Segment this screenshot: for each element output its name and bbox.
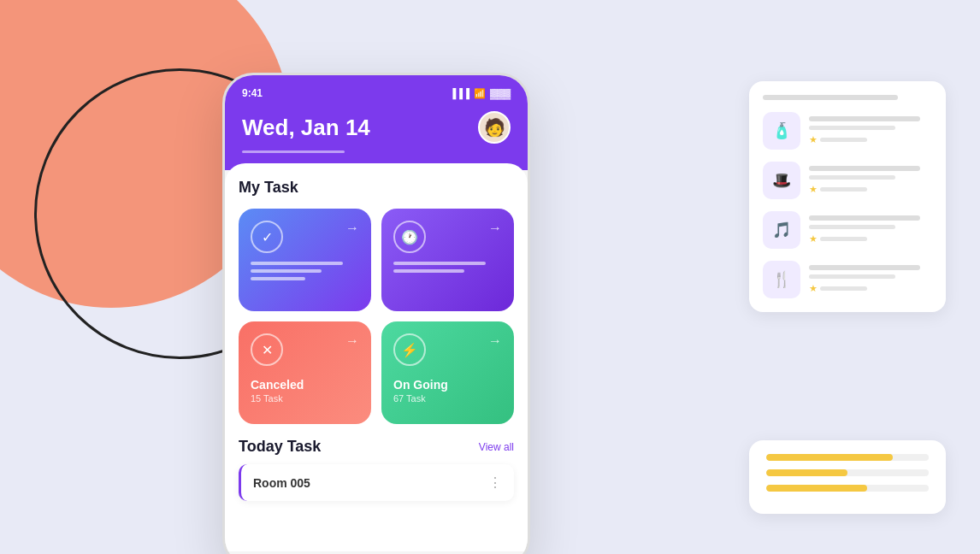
ongoing-icon-circle: ⚡	[393, 333, 426, 366]
bar-track-2	[766, 469, 929, 476]
bar-fill-3	[766, 485, 867, 492]
completed-lines	[251, 262, 359, 280]
rc-icon-hat: 🎩	[763, 162, 800, 199]
header-date: Wed, Jan 14	[242, 115, 370, 141]
line3	[251, 277, 305, 280]
phone-header: Wed, Jan 14 🧑	[225, 103, 528, 170]
scheduled-icon-circle: 🕐	[393, 221, 426, 253]
rc-text-2: ★	[809, 166, 932, 195]
task-card-ongoing[interactable]: ⚡ → On Going 67 Task	[381, 321, 514, 424]
rc-list-item-3[interactable]: 🎵 ★	[763, 211, 932, 249]
header-row: Wed, Jan 14 🧑	[242, 111, 511, 144]
star-icon: ★	[809, 134, 818, 145]
canceled-sublabel: 15 Task	[251, 393, 359, 404]
bar-item-1	[766, 454, 929, 461]
star-icon: ★	[809, 184, 818, 195]
bar-track-1	[766, 454, 929, 461]
task-card-canceled[interactable]: ✕ → Canceled 15 Task	[239, 321, 371, 424]
rc-list-item-4[interactable]: 🍴 ★	[763, 261, 932, 298]
rc-list-item-1[interactable]: 🧴 ★	[763, 112, 932, 150]
canceled-label: Canceled	[251, 378, 359, 392]
wifi-icon: 📶	[474, 88, 486, 99]
completed-icon-circle: ✓	[251, 221, 283, 253]
rc-text-1: ★	[809, 116, 932, 145]
scheduled-arrow: →	[488, 221, 502, 236]
ongoing-arrow: →	[488, 333, 502, 349]
canceled-arrow: →	[345, 333, 359, 349]
task-item-name: Room 005	[253, 476, 310, 490]
task-card-completed[interactable]: ✓ →	[239, 209, 371, 311]
rc-top-line	[763, 95, 898, 100]
line1	[251, 262, 343, 265]
line1	[393, 262, 486, 265]
rc-text-4: ★	[809, 265, 932, 294]
status-icons: ▐▐▐ 📶 ▓▓▓	[450, 88, 511, 99]
ongoing-label: On Going	[393, 378, 502, 392]
phone-mockup: 9:41 ▐▐▐ 📶 ▓▓▓ Wed, Jan 14 🧑 My Task ✓ →	[222, 73, 530, 554]
status-bar: 9:41 ▐▐▐ 📶 ▓▓▓	[225, 75, 528, 103]
view-all-link[interactable]: View all	[479, 441, 514, 453]
line2	[251, 269, 322, 273]
rc-text-3: ★	[809, 215, 932, 245]
rc-icon-soap: 🧴	[763, 112, 800, 150]
today-header: Today Task View all	[239, 438, 514, 456]
rc-list-item-2[interactable]: 🎩 ★	[763, 162, 932, 199]
scheduled-lines	[393, 262, 502, 273]
battery-icon: ▓▓▓	[490, 88, 511, 98]
line2	[393, 269, 464, 273]
signal-icon: ▐▐▐	[450, 88, 469, 98]
rc-icon-utensils: 🍴	[763, 261, 800, 298]
canceled-icon-circle: ✕	[251, 333, 283, 366]
completed-arrow: →	[345, 221, 359, 236]
task-item[interactable]: Room 005 ⋮	[239, 464, 514, 501]
right-bars-card	[749, 440, 946, 514]
rc-icon-music: 🎵	[763, 211, 800, 249]
right-list-card: 🧴 ★ 🎩 ★ 🎵 ★	[749, 81, 946, 312]
bar-fill-2	[766, 469, 847, 476]
star-icon: ★	[809, 233, 818, 245]
ongoing-sublabel: 67 Task	[393, 393, 502, 404]
bar-item-3	[766, 485, 929, 492]
phone-body: My Task ✓ → 🕐 →	[225, 163, 528, 551]
bar-item-2	[766, 469, 929, 476]
bar-track-3	[766, 485, 929, 492]
today-task-title: Today Task	[239, 438, 321, 456]
task-card-grid: ✓ → 🕐 → ✕ →	[239, 209, 514, 424]
bar-fill-1	[766, 454, 893, 461]
task-dots-icon[interactable]: ⋮	[488, 474, 502, 491]
status-time: 9:41	[242, 87, 263, 99]
task-card-scheduled[interactable]: 🕐 →	[381, 209, 514, 311]
star-icon: ★	[809, 283, 818, 294]
avatar[interactable]: 🧑	[478, 111, 511, 144]
my-task-title: My Task	[239, 179, 514, 197]
header-line	[242, 150, 345, 153]
